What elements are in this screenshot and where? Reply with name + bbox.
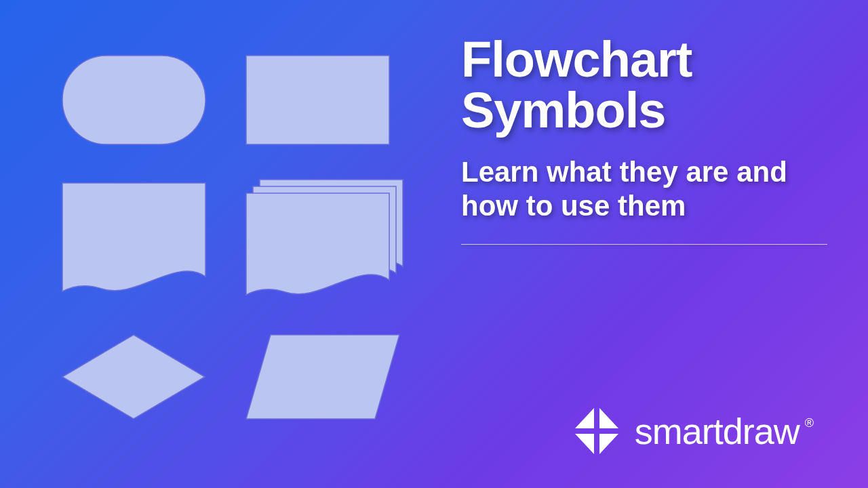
page-title: Flowchart Symbols <box>461 34 827 136</box>
brand-name: smartdraw <box>635 410 800 452</box>
svg-marker-6 <box>575 434 594 454</box>
page-subtitle: Learn what they are and how to use them <box>461 155 827 224</box>
shape-row-3 <box>61 333 407 421</box>
svg-marker-4 <box>575 408 594 428</box>
svg-marker-2 <box>62 335 205 419</box>
svg-marker-7 <box>599 434 618 454</box>
shape-row-1 <box>61 54 407 146</box>
text-content: Flowchart Symbols Learn what they are an… <box>434 0 868 488</box>
svg-rect-1 <box>246 56 389 144</box>
flowchart-shapes-grid <box>0 0 434 488</box>
svg-marker-5 <box>599 408 618 428</box>
terminator-shape-icon <box>61 54 207 146</box>
decision-shape-icon <box>61 333 207 421</box>
shape-row-2 <box>61 178 407 300</box>
process-shape-icon <box>245 54 391 146</box>
multi-document-shape-icon <box>245 178 404 300</box>
svg-rect-0 <box>62 56 205 144</box>
smartdraw-logo-icon <box>571 405 623 457</box>
divider-line <box>461 244 827 245</box>
data-shape-icon <box>245 333 401 421</box>
document-shape-icon <box>61 182 207 297</box>
brand-logo: smartdraw ® <box>571 405 814 457</box>
brand-registered-mark: ® <box>805 416 814 430</box>
svg-marker-3 <box>246 335 399 419</box>
